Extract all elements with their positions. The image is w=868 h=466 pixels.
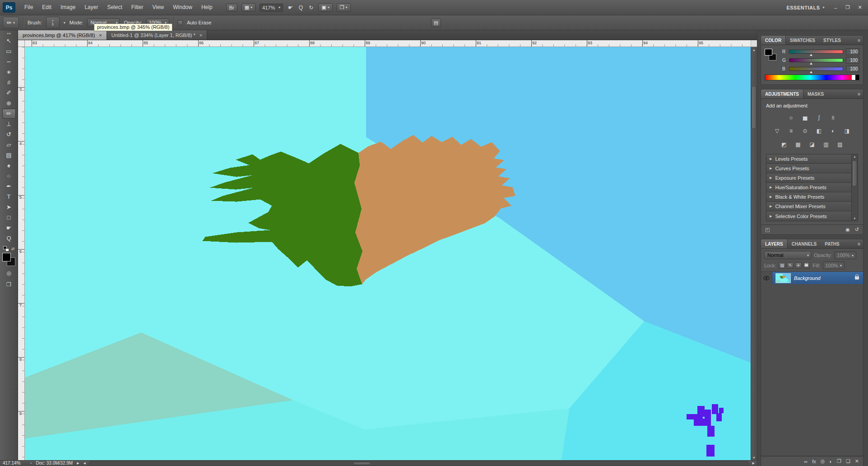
zoom-tool[interactable]: Q bbox=[2, 233, 16, 243]
quick-selection-tool[interactable]: ∗ bbox=[2, 67, 16, 77]
pen-tool[interactable]: ✒ bbox=[2, 181, 16, 191]
blue-value-field[interactable]: 100 bbox=[846, 65, 859, 72]
layer-blend-mode-dropdown[interactable]: Normal bbox=[764, 251, 811, 259]
panel-menu-icon[interactable]: ≡ bbox=[858, 239, 863, 248]
rectangle-tool[interactable]: □ bbox=[2, 212, 16, 223]
type-tool[interactable]: T bbox=[2, 191, 16, 202]
default-colors-icon[interactable] bbox=[3, 246, 9, 252]
status-zoom-field[interactable]: 417.14% bbox=[3, 461, 25, 466]
layer-row-background[interactable]: Background bbox=[761, 272, 863, 284]
lock-transparency-icon[interactable]: ▨ bbox=[779, 262, 785, 269]
tab-swatches[interactable]: SWATCHES bbox=[786, 36, 819, 45]
reset-icon[interactable]: ↺ bbox=[855, 227, 859, 233]
gradient-tool[interactable]: ▤ bbox=[2, 150, 16, 160]
zoom-level-field[interactable]: 417% ▾ bbox=[260, 4, 283, 12]
clip-to-layer-icon[interactable]: ◉ bbox=[845, 227, 850, 233]
selective-color-icon[interactable]: ▨ bbox=[835, 140, 845, 149]
slider-thumb[interactable] bbox=[810, 71, 812, 73]
slider-thumb[interactable] bbox=[810, 54, 812, 56]
posterize-icon[interactable]: ▦ bbox=[793, 140, 803, 149]
blur-tool[interactable]: ♠ bbox=[2, 160, 16, 171]
layer-thumbnail[interactable] bbox=[772, 272, 794, 284]
invert-icon[interactable]: ◩ bbox=[779, 140, 789, 149]
preset-row[interactable]: ▶Black & White Presets bbox=[766, 192, 851, 202]
foreground-color-swatch[interactable] bbox=[2, 253, 11, 261]
curves-icon[interactable]: ∫ bbox=[814, 113, 825, 121]
layer-effects-icon[interactable]: fx bbox=[812, 459, 816, 464]
preset-row[interactable]: ▶Exposure Presets bbox=[766, 173, 851, 183]
scroll-down-icon[interactable]: ▼ bbox=[852, 217, 858, 220]
menu-window[interactable]: Window bbox=[168, 0, 197, 15]
eyedropper-tool[interactable]: ✐ bbox=[2, 88, 16, 98]
red-slider[interactable] bbox=[789, 50, 843, 54]
restore-button[interactable]: ❐ bbox=[842, 4, 853, 11]
vertical-scrollbar[interactable]: ▲ ▼ bbox=[751, 47, 757, 460]
blue-slider[interactable] bbox=[789, 67, 843, 71]
delete-layer-icon[interactable]: ✕ bbox=[855, 458, 859, 464]
eraser-tool[interactable]: ▱ bbox=[2, 140, 16, 150]
status-popup-button[interactable]: ▶ bbox=[77, 461, 79, 466]
new-adjustment-layer-icon[interactable]: ◐ bbox=[829, 459, 832, 464]
path-selection-tool[interactable]: ➤ bbox=[2, 202, 16, 212]
foreground-color-swatch[interactable] bbox=[765, 49, 772, 56]
bridge-button[interactable]: Br bbox=[226, 4, 237, 12]
spot-healing-brush-tool[interactable]: ⊕ bbox=[2, 98, 16, 108]
preset-row[interactable]: ▶Curves Presets bbox=[766, 164, 851, 173]
tab-color[interactable]: COLOR bbox=[761, 36, 786, 45]
rotate-view-icon[interactable]: ↻ bbox=[308, 5, 314, 11]
close-tab-icon[interactable]: × bbox=[99, 33, 102, 38]
scroll-right-icon[interactable]: ▶ bbox=[752, 461, 755, 466]
menu-filter[interactable]: Filter bbox=[127, 0, 148, 15]
lasso-tool[interactable]: ∽ bbox=[2, 56, 16, 67]
scroll-up-icon[interactable]: ▲ bbox=[751, 47, 757, 52]
document-tab-provinces[interactable]: provinces.bmp @ 417% (RGB/8) × bbox=[18, 30, 107, 40]
screen-mode-button[interactable]: ❐ ▾ bbox=[337, 3, 351, 12]
zoom-tool-icon[interactable]: Q bbox=[298, 5, 304, 11]
menu-file[interactable]: File bbox=[20, 0, 37, 15]
tab-adjustments[interactable]: ADJUSTMENTS bbox=[761, 89, 803, 98]
view-extras-button[interactable]: ▦ ▾ bbox=[241, 3, 255, 12]
hand-tool-icon[interactable]: ☛ bbox=[287, 5, 294, 11]
quick-mask-button[interactable]: ◎ bbox=[3, 269, 15, 278]
lock-all-icon[interactable] bbox=[803, 262, 810, 269]
preset-row[interactable]: ▶Hue/Saturation Presets bbox=[766, 183, 851, 192]
minimize-button[interactable]: – bbox=[830, 4, 841, 11]
scroll-up-icon[interactable]: ▲ bbox=[852, 155, 858, 158]
close-button[interactable]: ✕ bbox=[854, 4, 865, 11]
auto-erase-checkbox[interactable] bbox=[178, 20, 183, 25]
vibrance-icon[interactable]: ▽ bbox=[772, 127, 783, 135]
presets-scrollbar[interactable]: ▲ ▼ bbox=[851, 154, 858, 221]
expanded-view-icon[interactable]: ◰ bbox=[765, 227, 770, 233]
preset-row[interactable]: ▶Levels Presets bbox=[766, 154, 851, 164]
tab-styles[interactable]: STYLES bbox=[819, 36, 845, 45]
presets-scroll-thumb[interactable] bbox=[852, 160, 857, 186]
hue-saturation-icon[interactable]: ≡ bbox=[786, 127, 797, 135]
new-layer-icon[interactable]: ❏ bbox=[846, 458, 850, 464]
screen-mode-button[interactable]: ❐ bbox=[3, 280, 15, 289]
tab-paths[interactable]: PATHS bbox=[821, 239, 843, 248]
menu-edit[interactable]: Edit bbox=[37, 0, 56, 15]
red-value-field[interactable]: 100 bbox=[846, 48, 859, 55]
document-canvas[interactable] bbox=[25, 47, 751, 460]
toggle-panels-button[interactable]: ▤ bbox=[431, 19, 441, 27]
tab-channels[interactable]: CHANNELS bbox=[788, 239, 821, 248]
current-tool-preset[interactable]: ✏ ▾ bbox=[3, 17, 19, 28]
levels-icon[interactable]: ▅ bbox=[800, 113, 811, 121]
lock-image-icon[interactable]: ✎ bbox=[787, 262, 794, 269]
menu-image[interactable]: Image bbox=[56, 0, 80, 15]
brush-preset-picker[interactable]: ● 1 bbox=[46, 17, 60, 28]
layer-name[interactable]: Background bbox=[794, 272, 821, 284]
tab-masks[interactable]: MASKS bbox=[803, 89, 828, 98]
slider-thumb[interactable] bbox=[810, 62, 812, 65]
add-layer-mask-icon[interactable]: ◎ bbox=[821, 458, 825, 464]
preset-row[interactable]: ▶Channel Mixer Presets bbox=[766, 202, 851, 211]
channel-mixer-icon[interactable]: ◨ bbox=[842, 127, 853, 135]
menu-view[interactable]: View bbox=[148, 0, 168, 15]
layer-opacity-field[interactable]: 100% ▸ bbox=[835, 252, 856, 259]
move-tool[interactable]: ↖ bbox=[2, 36, 16, 46]
arrange-documents-button[interactable]: ▣ ▾ bbox=[318, 3, 332, 12]
green-value-field[interactable]: 100 bbox=[846, 57, 859, 64]
swap-colors-icon[interactable]: ⇄ bbox=[11, 247, 15, 251]
menu-help[interactable]: Help bbox=[197, 0, 217, 15]
menu-layer[interactable]: Layer bbox=[80, 0, 102, 15]
